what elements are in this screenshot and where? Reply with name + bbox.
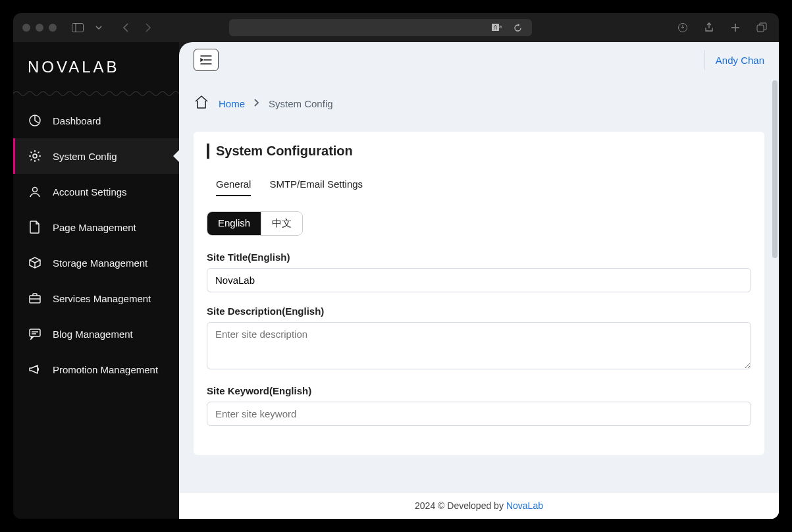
maximize-dot-icon[interactable] (49, 24, 57, 32)
sidebar-toggle-icon[interactable] (70, 20, 86, 36)
pie-chart-icon (28, 113, 42, 128)
sidebar: NOVALAB DashboardSystem ConfigAccount Se… (13, 42, 179, 519)
sidebar-item-page-management[interactable]: Page Management (13, 209, 179, 245)
svg-rect-0 (72, 24, 84, 32)
tabs: GeneralSMTP/Email Settings (207, 173, 751, 197)
collapse-sidebar-button[interactable] (194, 49, 219, 71)
back-icon[interactable] (119, 20, 134, 36)
tabs-icon[interactable] (754, 20, 770, 36)
topbar: Andy Chan (179, 42, 779, 78)
sidebar-nav: DashboardSystem ConfigAccount SettingsPa… (13, 103, 179, 387)
breadcrumb: Home System Config (194, 95, 764, 112)
indent-icon (200, 55, 212, 65)
input-site-description[interactable] (207, 322, 751, 369)
svg-point-5 (33, 154, 37, 158)
sidebar-item-promotion-management[interactable]: Promotion Management (13, 352, 179, 387)
reload-icon[interactable] (510, 20, 525, 36)
share-icon[interactable] (701, 20, 717, 36)
sidebar-item-label: Page Management (53, 222, 136, 233)
tab-general[interactable]: General (216, 173, 251, 196)
user-icon (28, 184, 42, 199)
label-site-keyword: Site Keyword(English) (207, 385, 751, 396)
megaphone-icon (28, 362, 42, 377)
window-controls[interactable] (22, 24, 57, 32)
home-icon[interactable] (194, 95, 209, 112)
box-icon (28, 255, 42, 270)
sidebar-item-system-config[interactable]: System Config (13, 138, 179, 174)
sidebar-item-label: Promotion Management (53, 364, 158, 375)
field-site-keyword: Site Keyword(English) (207, 385, 751, 426)
sidebar-item-storage-management[interactable]: Storage Management (13, 245, 179, 280)
user-menu[interactable]: Andy Chan (704, 50, 764, 70)
input-site-title[interactable] (207, 268, 751, 292)
chevron-down-icon[interactable] (91, 20, 107, 36)
svg-rect-8 (30, 329, 40, 336)
page-title: System Configuration (207, 144, 751, 159)
footer: 2024 © Developed by NovaLab (179, 492, 779, 519)
sidebar-item-blog-management[interactable]: Blog Management (13, 316, 179, 352)
sidebar-item-label: System Config (53, 151, 117, 162)
field-site-description: Site Description(English) (207, 306, 751, 372)
brand-logo: NOVALAB (13, 42, 179, 86)
url-bar[interactable]: 🅰︎ᵃ (229, 19, 532, 36)
breadcrumb-current: System Config (269, 98, 333, 109)
sidebar-item-services-management[interactable]: Services Management (13, 280, 179, 316)
language-pills: English中文 (207, 211, 303, 236)
sidebar-item-account-settings[interactable]: Account Settings (13, 174, 179, 209)
breadcrumb-home-link[interactable]: Home (219, 98, 245, 109)
new-tab-icon[interactable] (727, 20, 743, 36)
message-icon (28, 327, 42, 341)
browser-titlebar: 🅰︎ᵃ (13, 13, 779, 42)
footer-text: 2024 © Developed by (415, 500, 504, 511)
config-card: System Configuration GeneralSMTP/Email S… (194, 132, 764, 455)
forward-icon[interactable] (140, 20, 155, 36)
sidebar-item-label: Dashboard (53, 115, 101, 126)
sidebar-item-label: Account Settings (53, 186, 127, 198)
tab-smtp-email-settings[interactable]: SMTP/Email Settings (269, 173, 363, 196)
label-site-description: Site Description(English) (207, 306, 751, 317)
close-dot-icon[interactable] (22, 24, 30, 32)
sidebar-item-label: Services Management (53, 293, 151, 304)
chevron-right-icon (254, 97, 259, 109)
app-window: 🅰︎ᵃ NOVALAB Dashb (13, 13, 779, 519)
sidebar-item-dashboard[interactable]: Dashboard (13, 103, 179, 138)
lang-pill-0[interactable]: English (207, 212, 261, 235)
sidebar-item-label: Blog Management (53, 329, 133, 340)
input-site-keyword[interactable] (207, 402, 751, 426)
svg-rect-3 (757, 25, 764, 32)
content-scroll: Home System Config System Configuration … (179, 78, 779, 492)
minimize-dot-icon[interactable] (36, 24, 43, 32)
label-site-title: Site Title(English) (207, 252, 751, 263)
gear-icon (28, 149, 42, 163)
file-icon (28, 220, 42, 234)
divider-wave (13, 88, 179, 96)
field-site-title: Site Title(English) (207, 252, 751, 292)
briefcase-icon (28, 291, 42, 306)
svg-point-6 (33, 188, 38, 192)
translate-icon[interactable]: 🅰︎ᵃ (488, 20, 504, 36)
download-icon[interactable] (675, 20, 691, 36)
lang-pill-1[interactable]: 中文 (261, 212, 302, 235)
sidebar-item-label: Storage Management (53, 257, 147, 269)
main-area: Andy Chan Home System Config (179, 42, 779, 519)
footer-link[interactable]: NovaLab (506, 500, 543, 511)
scrollbar-thumb[interactable] (772, 80, 778, 258)
